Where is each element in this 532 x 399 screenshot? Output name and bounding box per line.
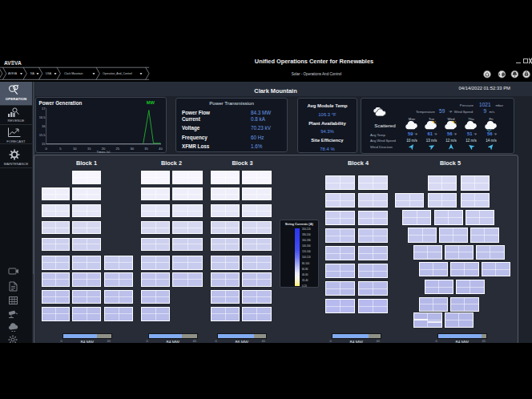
svg-text:USA: USA [46, 72, 52, 75]
svg-text:5: 5 [59, 147, 62, 151]
svg-text:15: 15 [87, 147, 91, 151]
svg-text:16.5: 16.5 [39, 115, 46, 119]
svg-text:15: 15 [42, 142, 46, 146]
svg-text:16: 16 [42, 124, 46, 128]
svg-text:Clark Mountain: Clark Mountain [64, 72, 83, 75]
svg-text:15.5: 15.5 [39, 133, 46, 137]
svg-text:30: 30 [130, 147, 134, 151]
svg-text:NA: NA [30, 72, 35, 75]
svg-text:10: 10 [73, 147, 77, 151]
svg-text:25: 25 [116, 147, 120, 151]
svg-text:AV: AV [4, 60, 11, 66]
svg-text:40: 40 [159, 147, 163, 151]
svg-text:Times (s): Times (s) [97, 150, 111, 153]
svg-text:AVEVA: AVEVA [8, 72, 18, 75]
svg-text:0: 0 [45, 147, 47, 151]
svg-text:VA: VA [14, 60, 22, 66]
svg-text:Operation_And_Control: Operation_And_Control [103, 72, 132, 75]
svg-text:17: 17 [42, 107, 46, 111]
svg-text:35: 35 [144, 147, 148, 151]
